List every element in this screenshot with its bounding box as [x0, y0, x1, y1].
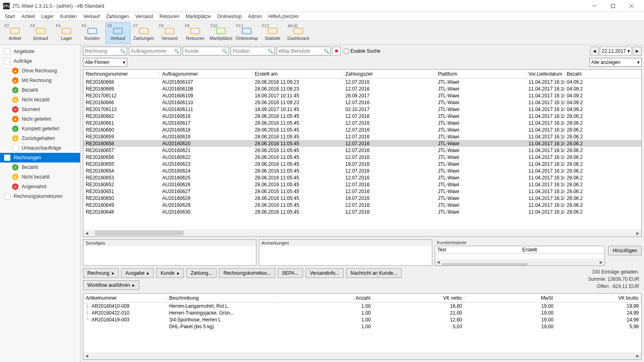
bcol-artikelnummer[interactable]: Artikelnummer — [83, 295, 167, 301]
action-zahlung-[interactable]: Zahlung... — [186, 268, 217, 278]
table-row[interactable]: RE20160650AU2016062828.06.2016 11:05:451… — [83, 195, 641, 202]
line-item-row[interactable]: ├ AR20160422-010Herren-Trainingsjacke, G… — [83, 309, 641, 316]
action-ausgabe[interactable]: Ausgabe▸ — [121, 268, 154, 278]
sidebar-item-mit-rechnung[interactable]: ●Mit Rechnung — [0, 76, 80, 85]
table-row[interactable]: RE20160651AU2016062728.06.2016 11:05:451… — [83, 188, 641, 195]
scroll-thumb[interactable] — [95, 230, 184, 236]
bcol-mwst[interactable]: MwSt — [464, 295, 556, 301]
sidebar-item-ohne-rechnung[interactable]: ●Ohne Rechnung — [0, 66, 80, 76]
col-erstellt[interactable]: Erstellt am — [252, 71, 343, 77]
table-row[interactable]: RE20160654AU2016062428.06.2016 11:05:451… — [83, 167, 641, 174]
scroll-thumb[interactable] — [442, 263, 528, 266]
table-row[interactable]: RE20160658AU2016062028.06.2016 11:05:451… — [83, 140, 641, 147]
scroll-right-icon[interactable]: ► — [634, 352, 641, 359]
sidebar-item-bezahlt[interactable]: ✓Bezahlt — [0, 162, 80, 172]
action-kunde[interactable]: Kunde▸ — [156, 268, 184, 278]
date-next-button[interactable]: ► — [633, 47, 642, 56]
hinzufuegen-button[interactable]: Hinzufügen — [608, 246, 642, 255]
toolbar-dashboard[interactable]: Alt+D Dashboard — [286, 23, 311, 43]
line-item-row[interactable]: ├ AR20160410-009Herren-Langarmshirt, Rot… — [83, 302, 641, 309]
toolbar-einkauf[interactable]: F3 Einkauf — [28, 23, 53, 43]
sonstiges-body[interactable] — [83, 246, 256, 265]
table-row[interactable]: RE20160653AU2016062528.06.2016 11:05:451… — [83, 174, 641, 181]
scroll-left-icon[interactable]: ◄ — [435, 259, 442, 265]
table-row[interactable]: RE20160648AU2016063028.06.2016 11:05:451… — [83, 208, 641, 215]
line-item-row[interactable]: DHL-Paket (bis 5 kg)1,005,0319,005,99 — [83, 323, 641, 330]
menu-admin[interactable]: Admin — [245, 13, 265, 20]
sidebar-item-nicht-geliefert[interactable]: ●Nicht geliefert — [0, 114, 80, 124]
sidebar-item-angebote[interactable]: Angebote — [0, 47, 80, 56]
menu-onlineshop[interactable]: Onlineshop — [214, 13, 245, 20]
menu-kunden[interactable]: Kunden — [57, 13, 80, 20]
menu-versand[interactable]: Versand — [132, 13, 156, 20]
search-auftragsnummer[interactable]: 🔍 — [129, 47, 181, 56]
sidebar-item-komplett-geliefert[interactable]: ✓Komplett geliefert — [0, 124, 80, 134]
scroll-right-icon[interactable]: ► — [634, 230, 641, 237]
search-position[interactable]: 🔍 — [231, 47, 275, 56]
table-row[interactable]: RE20160669AU20160610828.06.2016 11:09:23… — [83, 85, 641, 92]
toolbar-kunden[interactable]: F5 Kunden — [80, 23, 105, 43]
exact-search-check[interactable]: Exakte Suche — [344, 48, 380, 54]
line-items-body[interactable]: ├ AR20160410-009Herren-Langarmshirt, Rot… — [83, 302, 641, 352]
table-row[interactable]: RE20160661AU2016061728.06.2016 11:05:451… — [83, 119, 641, 126]
action-rechnungskorrektur-[interactable]: Rechnungskorrektur... — [219, 268, 275, 278]
sidebar-item-nicht-bezahlt[interactable]: ●Nicht bezahlt — [0, 95, 80, 105]
table-row[interactable]: RE20160657AU2016062128.06.2016 11:05:451… — [83, 147, 641, 154]
col-bezahl[interactable]: Bezahl ▲ — [564, 71, 582, 77]
line-items-hscroll[interactable]: ◄ ► — [83, 352, 641, 359]
toolbar-retouren[interactable]: F9 Retouren — [183, 23, 208, 43]
table-row[interactable]: RE201709113AU20160611118.09.2017 10:11:4… — [83, 106, 641, 113]
kh-body[interactable]: ◄ ► — [435, 254, 605, 265]
minimize-button[interactable] — [585, 0, 604, 12]
col-zahlungsziel[interactable]: Zahlungsziel — [343, 71, 436, 77]
search-kunde[interactable]: 🔍 — [183, 47, 229, 56]
table-row[interactable]: RE20160662AU2016061628.06.2016 11:05:451… — [83, 113, 641, 119]
table-row[interactable]: RE20160649AU2016062928.06.2016 11:05:451… — [83, 202, 641, 208]
bcol-anzahl[interactable]: Anzahl — [278, 295, 373, 301]
menu-artikel[interactable]: Artikel — [18, 13, 38, 20]
toolbar-artikel[interactable]: F2 Artikel — [2, 23, 27, 43]
anmerkungen-body[interactable] — [259, 246, 432, 265]
anzeigen-combo[interactable]: Alle anzeigen▾ — [589, 58, 642, 67]
sidebar-item-angemahnt[interactable]: ✕Angemahnt — [0, 182, 80, 191]
col-auftragsnummer[interactable]: Auftragsnummer — [160, 71, 252, 77]
exact-search-checkbox[interactable] — [344, 49, 349, 54]
table-row[interactable]: RE20160668AU20160610728.06.2016 11:09:23… — [83, 78, 641, 85]
grid-body[interactable]: RE20160668AU20160610728.06.2016 11:09:23… — [83, 78, 641, 230]
menu-start[interactable]: Start — [2, 13, 18, 20]
table-row[interactable]: RE20160656AU2016062228.06.2016 11:05:451… — [83, 154, 641, 160]
date-prev-button[interactable]: ◄ — [590, 47, 599, 56]
table-row[interactable]: RE20160660AU2016061828.06.2016 11:05:451… — [83, 126, 641, 133]
menu-retouren[interactable]: Retouren — [156, 13, 182, 20]
col-plattform[interactable]: Plattform — [436, 71, 526, 77]
table-row[interactable]: RE201709112AU20160610918.09.2017 10:11:4… — [83, 92, 641, 99]
search-auftragsnummer-input[interactable] — [129, 47, 181, 55]
menu-lager[interactable]: Lager — [38, 13, 57, 20]
sidebar-item-umtauschaufträge[interactable]: Umtauschaufträge — [0, 143, 80, 153]
toolbar-marktplätze[interactable]: F10 Marktplätze — [208, 23, 233, 43]
table-row[interactable]: RE20160655AU2016062328.06.2016 11:05:451… — [83, 160, 641, 167]
sidebar-item-aufträge[interactable]: Aufträge — [0, 56, 80, 66]
maximize-button[interactable] — [604, 0, 622, 12]
search-rechnung[interactable]: 🔍 — [83, 47, 127, 56]
toolbar-lager[interactable]: F4 Lager — [54, 23, 79, 43]
sidebar-item-storniert[interactable]: ✕Storniert — [0, 105, 80, 114]
menu-verkauf[interactable]: Verkauf — [80, 13, 103, 20]
table-row[interactable]: RE20160659AU2016061928.06.2016 11:05:451… — [83, 133, 641, 140]
firmen-combo[interactable]: Alle Firmen▾ — [83, 58, 127, 67]
bcol-vkbrutto[interactable]: VK brutto — [556, 295, 641, 301]
sidebar-item-nicht-bezahlt[interactable]: ●Nicht bezahlt — [0, 172, 80, 182]
sidebar-item-bezahlt[interactable]: ✓Bezahlt — [0, 85, 80, 95]
action-versandinfo-[interactable]: Versandinfo... — [305, 268, 344, 278]
sidebar-item-zurückgehalten[interactable]: ●Zurückgehalten — [0, 134, 80, 143]
scroll-left-icon[interactable]: ◄ — [83, 352, 90, 359]
toolbar-statistik[interactable]: F12 Statistik — [260, 23, 285, 43]
line-item-row[interactable]: └ AR20160419-0033/4-Sporthose, Herren L1… — [83, 316, 641, 323]
toolbar-verkauf[interactable]: F6 Verkauf — [105, 23, 130, 43]
search-ebay[interactable]: 🔍 — [277, 47, 331, 56]
action-rechnung[interactable]: Rechnung▸ — [83, 268, 119, 278]
grid-hscrollbar[interactable]: ◄ ► — [83, 230, 641, 237]
date-field[interactable]: 22.11.2017▾ — [600, 47, 632, 56]
scroll-left-icon[interactable]: ◄ — [83, 230, 90, 237]
sidebar-item-rechnungen[interactable]: Rechnungen — [0, 153, 80, 162]
